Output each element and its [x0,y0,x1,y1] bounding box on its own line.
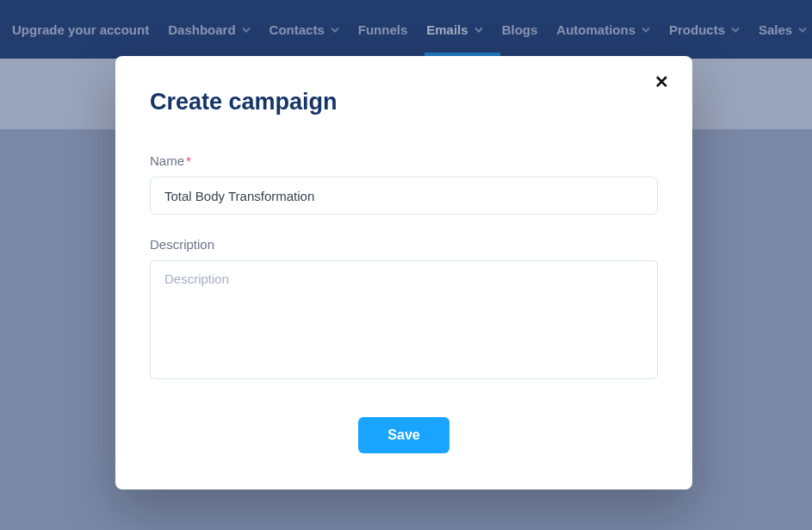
close-icon: ✕ [654,72,669,92]
modal-actions: Save [150,417,658,453]
name-field-label: Name* [150,153,658,168]
modal-title: Create campaign [150,89,658,115]
required-indicator: * [186,153,191,168]
create-campaign-modal: ✕ Create campaign Name* Description Save [115,56,692,489]
description-textarea[interactable] [150,260,658,379]
name-input[interactable] [150,177,658,215]
name-field-group: Name* [150,153,658,215]
save-button[interactable]: Save [358,417,449,453]
close-button[interactable]: ✕ [651,72,672,92]
description-field-group: Description [150,237,658,383]
name-label-text: Name [150,153,184,168]
description-field-label: Description [150,237,658,252]
